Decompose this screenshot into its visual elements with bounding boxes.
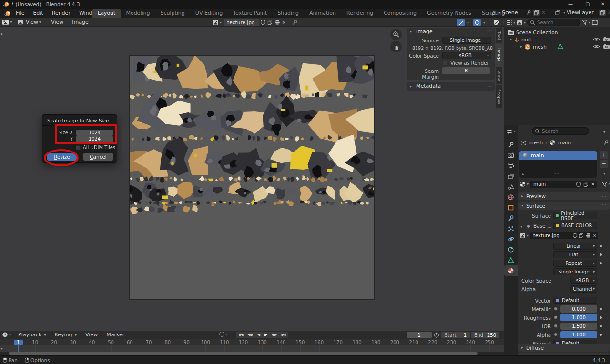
alpha-socket[interactable]: [554, 333, 558, 336]
color-space-dropdown[interactable]: sRGB▾: [570, 277, 597, 284]
auto-keying-button[interactable]: ▾: [219, 332, 227, 337]
pack-icon[interactable]: [274, 20, 280, 25]
breadcrumb-object[interactable]: mesh: [529, 140, 543, 146]
metadata-panel[interactable]: ▸ Metadata ∷∷: [407, 82, 495, 91]
sidebar-tab-image[interactable]: Image: [496, 44, 502, 65]
image-browse-button[interactable]: ▾: [519, 233, 529, 238]
workspace-tab-animation[interactable]: Animation: [304, 9, 341, 18]
preview-panel-header[interactable]: ▸Preview ∷∷: [518, 192, 610, 200]
remove-slot-button[interactable]: −: [600, 160, 608, 168]
roughness-socket[interactable]: [554, 315, 558, 319]
view-layer-selector[interactable]: ▾ ViewLayer ✕: [555, 10, 610, 16]
texture-image[interactable]: [130, 56, 374, 299]
material-browse-button[interactable]: ▾: [519, 181, 529, 187]
previous-keyframe-icon[interactable]: ◀◆: [245, 332, 255, 338]
filter-funnel-button[interactable]: ▾: [582, 20, 590, 25]
metallic-socket[interactable]: [554, 307, 558, 311]
editor-type-button[interactable]: ▾: [2, 332, 11, 338]
editor-type-button[interactable]: ▾: [504, 126, 518, 137]
copy-icon[interactable]: [267, 20, 273, 25]
workspace-tab-layout[interactable]: Layout: [92, 9, 121, 18]
alpha-slider[interactable]: 1.000: [560, 331, 597, 338]
resize-grip-icon[interactable]: ∷∷: [554, 172, 559, 177]
base-color-button[interactable]: BASE COLOR: [553, 222, 597, 229]
source-dropdown[interactable]: Single Image▾: [442, 37, 491, 44]
alpha-mode-dropdown[interactable]: Channel ...▾: [570, 285, 597, 293]
scrollbar-handle[interactable]: [9, 352, 478, 355]
properties-tab-view-layer[interactable]: [504, 171, 518, 182]
add-slot-button[interactable]: +: [600, 151, 608, 159]
material-name-field[interactable]: main: [530, 181, 574, 188]
decorator-dot[interactable]: [600, 262, 602, 264]
unlink-icon[interactable]: ✕: [282, 20, 286, 25]
slot-list-expand-icon[interactable]: ▸: [522, 172, 524, 176]
current-frame-field[interactable]: 1: [407, 332, 432, 338]
minimize-button[interactable]: —: [567, 1, 574, 8]
timeline-menu-playback[interactable]: Playback ▾: [14, 330, 51, 339]
material-slot-item[interactable]: main: [519, 151, 597, 160]
channel-expand-icon[interactable]: ▸: [1, 346, 3, 351]
close-button[interactable]: ✕: [600, 1, 606, 8]
timeline-scrollbar[interactable]: [0, 352, 504, 355]
copy-icon[interactable]: [579, 233, 584, 238]
toolbar-expand-icon[interactable]: ▸: [1, 31, 3, 36]
interpolation-dropdown[interactable]: Linear▾: [553, 243, 597, 250]
editor-type-button[interactable]: ▾: [0, 19, 14, 25]
properties-tab-material[interactable]: [504, 265, 518, 276]
expand-icon[interactable]: ▸: [520, 44, 522, 49]
seam-margin-field[interactable]: 8: [442, 67, 490, 74]
outliner-item-scene-collection[interactable]: Scene Collection: [508, 29, 558, 36]
fake-user-shield-icon[interactable]: [576, 182, 581, 187]
ior-slider[interactable]: 1.500: [560, 323, 597, 330]
panel-grip-icon[interactable]: ∷∷: [487, 84, 492, 88]
properties-tab-tool[interactable]: [504, 140, 518, 150]
sidebar-tab-tool[interactable]: Tool: [496, 28, 502, 43]
collapse-icon[interactable]: ▾: [410, 30, 412, 34]
sidebar-tab-scopes[interactable]: Scopes: [496, 85, 502, 108]
new-collection-button[interactable]: [592, 20, 598, 25]
image-viewport[interactable]: ▸ ▾ Image ∷∷ Source Single Image▾: [0, 27, 504, 331]
timeline-ruler[interactable]: 1102030405060708090100110120130140150160…: [0, 339, 504, 345]
fake-user-shield-icon[interactable]: [261, 20, 265, 25]
play-icon[interactable]: ▶: [262, 332, 269, 338]
pin-icon[interactable]: [603, 140, 609, 145]
pin-icon[interactable]: [292, 20, 298, 25]
stopwatch-icon[interactable]: [434, 332, 439, 338]
menu-image[interactable]: Image: [68, 19, 92, 25]
cancel-button[interactable]: Cancel: [83, 153, 113, 161]
image-name-field[interactable]: texture.jpg: [224, 19, 259, 26]
texture-name-field[interactable]: texture.jpg: [530, 232, 571, 239]
roughness-slider[interactable]: 1.000: [560, 314, 597, 321]
end-frame-field[interactable]: End250: [471, 332, 499, 338]
properties-tab-render[interactable]: [504, 150, 518, 161]
chevron-down-icon[interactable]: ▾: [467, 20, 469, 25]
sidebar-tab-view[interactable]: View: [496, 67, 502, 84]
copy-icon[interactable]: [583, 182, 589, 187]
ior-socket[interactable]: [554, 324, 558, 328]
metallic-slider[interactable]: 0.000: [560, 305, 597, 313]
surface-shader-button[interactable]: Principled BSDF: [553, 212, 597, 219]
zoom-gizmo-icon[interactable]: [390, 29, 402, 40]
decorator-dot[interactable]: [600, 334, 602, 336]
unlink-icon[interactable]: ✕: [591, 182, 595, 187]
jump-to-end-icon[interactable]: ▶▮: [279, 332, 288, 338]
proportional-edit-button[interactable]: [473, 19, 481, 26]
timeline-menu-marker[interactable]: Marker: [102, 330, 129, 339]
extension-dropdown[interactable]: Repeat▾: [553, 260, 597, 267]
workspace-tab-modeling[interactable]: Modeling: [121, 9, 155, 18]
workspace-tab-geometry-nodes[interactable]: Geometry Nodes: [422, 9, 477, 18]
properties-search-input[interactable]: [532, 127, 589, 135]
decorator-dot[interactable]: [600, 316, 602, 319]
chevron-down-icon[interactable]: ▾: [483, 20, 485, 25]
timeline-menu-view[interactable]: View: [81, 330, 102, 339]
decorator-dot[interactable]: [600, 245, 602, 247]
workspace-tab-compositing[interactable]: Compositing: [378, 9, 422, 18]
decorator-dot[interactable]: [600, 325, 602, 327]
chevron-down-icon[interactable]: ▾: [602, 129, 605, 135]
timeline-track[interactable]: ▸: [0, 345, 504, 352]
node-filter-button[interactable]: ▾: [601, 181, 610, 187]
breadcrumb-material[interactable]: main: [558, 140, 571, 146]
scene-selector[interactable]: ▾ Scene ✕: [490, 10, 546, 16]
overlays-button[interactable]: [492, 19, 501, 26]
fake-user-shield-icon[interactable]: [573, 233, 577, 238]
